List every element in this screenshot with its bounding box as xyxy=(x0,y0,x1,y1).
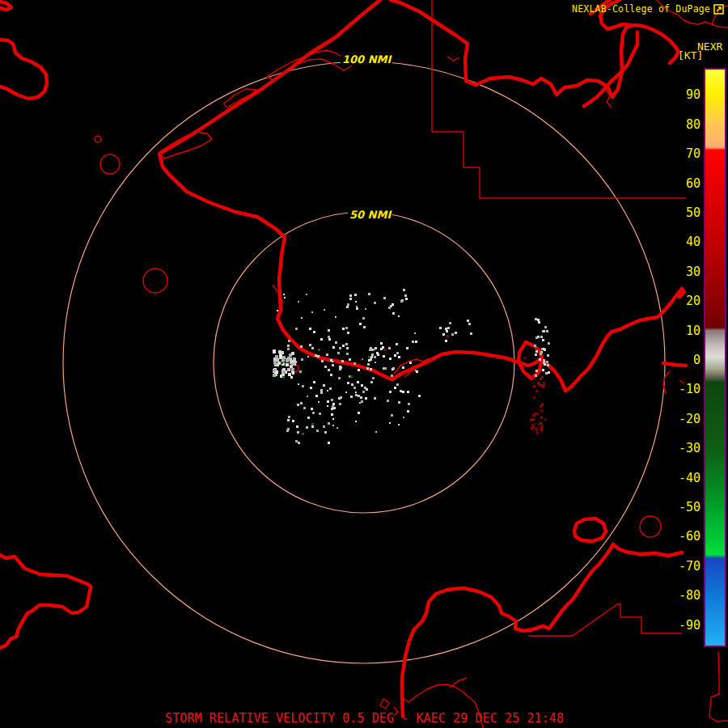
map-boundary-line xyxy=(380,699,389,709)
echo-pixel xyxy=(403,289,405,291)
echo-pixel xyxy=(392,367,395,370)
echo-pixel xyxy=(292,372,294,375)
echo-pixel xyxy=(389,391,392,393)
colorbar-tick-label: 10 xyxy=(657,324,700,338)
echo-pixel xyxy=(349,358,351,361)
echo-pixel xyxy=(328,329,330,332)
echo-pixel xyxy=(351,383,353,386)
echo-pixel xyxy=(402,366,404,369)
echo-pixel xyxy=(297,404,299,406)
echo-pixel xyxy=(546,361,548,363)
echo-pixel xyxy=(398,424,400,425)
echo-pixel xyxy=(391,375,393,377)
echo-pixel xyxy=(363,326,366,328)
echo-pixel xyxy=(309,328,311,330)
echo-pixel xyxy=(374,397,376,400)
echo-pixel xyxy=(374,349,375,350)
echo-pixel xyxy=(362,317,365,320)
echo-pixel xyxy=(358,395,360,397)
echo-pixel xyxy=(298,383,299,385)
echo-pixel xyxy=(535,318,537,320)
echo-pixel xyxy=(300,402,303,404)
map-boundary-line xyxy=(159,132,212,159)
echo-pixel xyxy=(544,418,547,421)
echo-pixel xyxy=(279,355,282,358)
echo-pixel xyxy=(535,390,538,392)
echo-pixel xyxy=(407,391,409,393)
echo-pixel xyxy=(442,333,445,336)
echo-pixel xyxy=(342,328,345,330)
echo-pixel xyxy=(540,409,543,412)
echo-pixel xyxy=(468,323,471,325)
echo-pixel xyxy=(535,350,538,353)
echo-pixel xyxy=(346,353,349,355)
range-ring xyxy=(214,212,514,513)
echo-pixel xyxy=(288,416,290,418)
echo-pixel xyxy=(332,403,335,405)
echo-pixel xyxy=(543,362,545,364)
echo-pixel xyxy=(548,342,550,345)
echo-pixel xyxy=(545,372,548,375)
external-link-icon[interactable] xyxy=(713,4,724,15)
echo-pixel xyxy=(387,400,389,402)
map-coastline xyxy=(574,518,606,541)
echo-pixel xyxy=(455,332,457,334)
echo-pixel xyxy=(394,387,396,389)
echo-pixel xyxy=(281,362,283,364)
echo-pixel xyxy=(534,345,536,347)
echo-pixel xyxy=(273,361,277,364)
echo-pixel xyxy=(301,317,303,319)
radar-display: NEXLAB-College of DuPage NEXR [KT] 90807… xyxy=(0,0,728,728)
echo-pixel xyxy=(313,381,315,383)
echo-pixel xyxy=(366,367,369,370)
echo-pixel xyxy=(311,347,314,349)
echo-pixel xyxy=(406,347,408,349)
echo-pixel xyxy=(370,356,373,358)
echo-pixel xyxy=(546,330,548,332)
echo-pixel xyxy=(375,431,377,433)
echo-pixel xyxy=(356,307,358,310)
colorbar-tick-label: -20 xyxy=(657,412,700,426)
echo-pixel xyxy=(535,370,538,372)
velocity-colorbar xyxy=(704,68,726,647)
echo-pixel xyxy=(340,396,342,399)
echo-pixel xyxy=(535,336,538,339)
echo-pixel xyxy=(418,395,421,397)
echo-pixel xyxy=(315,395,318,397)
echo-pixel xyxy=(282,370,286,374)
echo-pixel xyxy=(311,423,314,425)
echo-pixel xyxy=(543,384,545,387)
map-outlines xyxy=(0,0,728,728)
echo-pixel xyxy=(335,341,337,344)
colorbar-tick-label: -80 xyxy=(657,588,700,603)
echo-pixel xyxy=(392,312,395,315)
echo-pixel xyxy=(540,426,543,429)
echo-pixel xyxy=(398,315,400,317)
echo-pixel xyxy=(319,413,321,415)
echo-pixel xyxy=(370,368,372,370)
echo-pixel xyxy=(295,440,298,442)
echo-pixel xyxy=(347,303,349,306)
echo-pixel xyxy=(277,362,281,365)
echo-pixel xyxy=(532,414,535,417)
echo-pixel xyxy=(449,322,451,324)
map-coastline xyxy=(0,555,91,648)
echo-pixel xyxy=(415,341,417,343)
echo-pixel xyxy=(338,377,341,379)
echo-pixel xyxy=(339,347,341,349)
echo-pixel xyxy=(332,405,334,408)
echo-pixel xyxy=(445,328,447,330)
colorbar-ticks: 9080706050403020100-10-20-30-40-50-60-70… xyxy=(657,0,700,728)
echo-pixel xyxy=(530,419,532,421)
echo-pixel xyxy=(310,387,312,389)
echo-pixel xyxy=(291,352,294,355)
map-boundary-line xyxy=(432,0,686,198)
echo-pixel xyxy=(389,422,391,424)
echo-pixel xyxy=(283,294,285,295)
echo-pixel xyxy=(543,382,545,384)
map-boundary-line xyxy=(447,57,459,61)
echo-pixel xyxy=(544,326,547,328)
echo-pixel xyxy=(328,338,331,341)
echo-pixel xyxy=(350,375,353,378)
echo-pixel xyxy=(339,368,341,370)
